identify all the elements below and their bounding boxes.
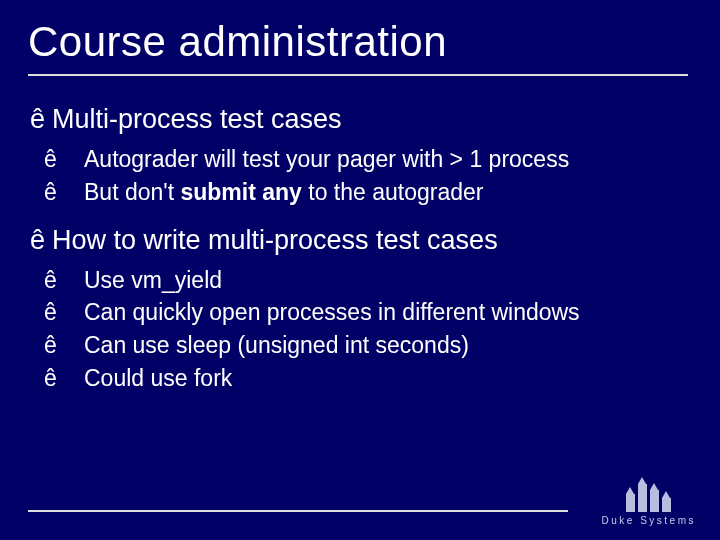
bullet-level2: êAutograder will test your pager with > … bbox=[64, 145, 692, 174]
bullet-text: Could use fork bbox=[84, 365, 232, 391]
bullet-glyph: ê bbox=[30, 225, 52, 256]
logo: Duke Systems bbox=[602, 478, 696, 526]
logo-text: Duke Systems bbox=[602, 515, 696, 526]
bullet-text-tail: to the autograder bbox=[302, 179, 484, 205]
slide-content: êMulti-process test cases êAutograder wi… bbox=[28, 104, 692, 393]
bullet-text: Can use sleep (unsigned int seconds) bbox=[84, 332, 469, 358]
bullet-glyph: ê bbox=[64, 364, 84, 393]
bullet-level1: êMulti-process test cases bbox=[30, 104, 692, 135]
bullet-text: How to write multi-process test cases bbox=[52, 225, 498, 255]
bullet-glyph: ê bbox=[30, 104, 52, 135]
bullet-level1: êHow to write multi-process test cases bbox=[30, 225, 692, 256]
bullet-level2: êCan use sleep (unsigned int seconds) bbox=[64, 331, 692, 360]
bullet-glyph: ê bbox=[64, 145, 84, 174]
slide-title: Course administration bbox=[28, 18, 692, 66]
logo-icon bbox=[602, 478, 696, 512]
bullet-level2: êCould use fork bbox=[64, 364, 692, 393]
bullet-glyph: ê bbox=[64, 178, 84, 207]
bullet-text: Multi-process test cases bbox=[52, 104, 342, 134]
bullet-glyph: ê bbox=[64, 298, 84, 327]
bullet-text: Autograder will test your pager with > 1… bbox=[84, 146, 569, 172]
bullet-text: Can quickly open processes in different … bbox=[84, 299, 580, 325]
bullet-level2: êUse vm_yield bbox=[64, 266, 692, 295]
bullet-glyph: ê bbox=[64, 266, 84, 295]
bullet-glyph: ê bbox=[64, 331, 84, 360]
bullet-text: But don't bbox=[84, 179, 180, 205]
slide: Course administration êMulti-process tes… bbox=[0, 0, 720, 540]
footer-divider bbox=[28, 510, 568, 512]
title-divider bbox=[28, 74, 688, 76]
bullet-text: Use vm_yield bbox=[84, 267, 222, 293]
bullet-level2: êBut don't submit any to the autograder bbox=[64, 178, 692, 207]
bold-text: submit any bbox=[180, 179, 301, 205]
bullet-level2: êCan quickly open processes in different… bbox=[64, 298, 692, 327]
